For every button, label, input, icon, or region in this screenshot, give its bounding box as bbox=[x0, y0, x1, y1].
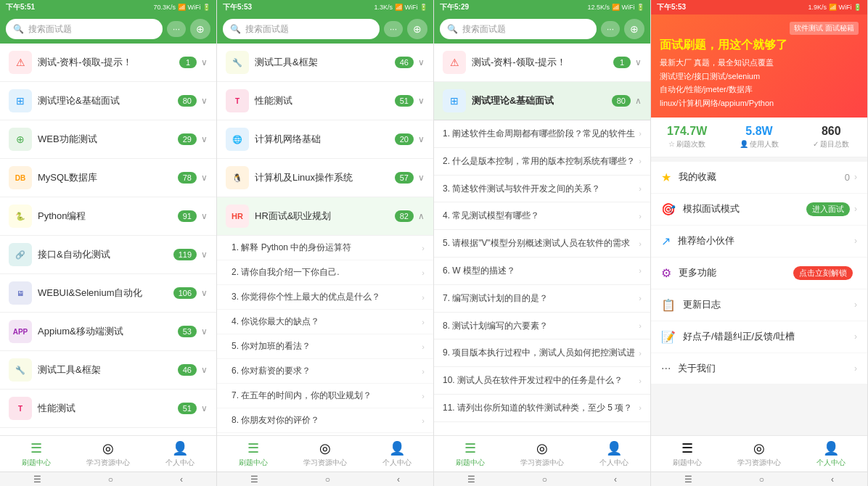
sys-back-3[interactable]: ‹ bbox=[614, 474, 617, 485]
item-label-4: Python编程 bbox=[38, 210, 178, 223]
sys-menu[interactable]: ☰ bbox=[33, 474, 41, 485]
nav-item-4-1[interactable]: ◎ 学习资源中心 bbox=[723, 436, 795, 471]
item-label-1: 测试理论&基础面试 bbox=[38, 94, 178, 107]
p3-alert-icon: ⚠ bbox=[443, 51, 466, 74]
p3-q-text-5: 6. W 模型的描述？ bbox=[443, 265, 639, 277]
sys-menu-2[interactable]: ☰ bbox=[250, 474, 258, 485]
p3-alert[interactable]: ⚠ 测试-资料-领取-提示！ 1 ∨ bbox=[434, 44, 650, 82]
nav-item-4-2[interactable]: 👤 个人中心 bbox=[795, 436, 867, 471]
list-item-9[interactable]: T 性能测试 51 ∨ bbox=[0, 390, 216, 428]
p2-sub-arrow-7: › bbox=[422, 416, 425, 425]
sys-home-3[interactable]: ○ bbox=[542, 474, 547, 485]
nav-label-2-1: 学习资源中心 bbox=[303, 458, 347, 468]
nav-item-4-0[interactable]: ☰ 刷题中心 bbox=[651, 436, 723, 471]
p4-menu-4[interactable]: 📋 更新日志 › bbox=[651, 289, 867, 321]
p3-q-2[interactable]: 3. 简述软件测试与软件开发之间的关系？ › bbox=[434, 176, 650, 203]
sys-home-4[interactable]: ○ bbox=[759, 474, 764, 485]
p3-q-0[interactable]: 1. 阐述软件生命周期都有哪些阶段？常见的软件生 › bbox=[434, 120, 650, 148]
p2-item-0[interactable]: 🔧 测试工具&框架 46 ∨ bbox=[217, 44, 433, 82]
p4-menu-text-0: 我的收藏 bbox=[679, 170, 845, 184]
dots-btn-2[interactable]: ··· bbox=[384, 21, 403, 37]
search-icon-3: 🔍 bbox=[447, 24, 458, 34]
search-input-1[interactable]: 🔍 搜索面试题 bbox=[6, 19, 163, 39]
p3-q-5[interactable]: 6. W 模型的描述？ › bbox=[434, 258, 650, 285]
nav-item-2-1[interactable]: ◎ 学习资源中心 bbox=[289, 436, 361, 471]
p2-sub-7[interactable]: 8. 你朋友对你的评价？ › bbox=[217, 408, 433, 433]
p3-q-4[interactable]: 5. 请根据"V"模型分别概述测试人员在软件的需求 › bbox=[434, 230, 650, 258]
p2-sub-0[interactable]: 1. 解释 Python 中的身份运算符 › bbox=[217, 236, 433, 260]
p4-menu-2[interactable]: ↗ 推荐给小伙伴 › bbox=[651, 226, 867, 258]
item-icon-6: 🖥 bbox=[9, 281, 32, 305]
nav-item-2-0[interactable]: ☰ 刷题中心 bbox=[217, 436, 289, 471]
list-item-7[interactable]: APP Appium&移动端测试 53 ∨ bbox=[0, 313, 216, 351]
p4-menu-5[interactable]: 📝 好点子/错题纠正/反馈/吐槽 › bbox=[651, 321, 867, 353]
scan-btn-1[interactable]: ⊕ bbox=[190, 19, 210, 39]
list-area-1: ⚠ 测试-资料-领取-提示！ 1 ∨ ⊞ 测试理论&基础面试 80 ∨ ⊕ WE… bbox=[0, 44, 216, 435]
p4-menu-badge-3[interactable]: 点击立刻解锁 bbox=[793, 266, 853, 280]
nav-item-3-1[interactable]: ◎ 学习资源中心 bbox=[506, 436, 578, 471]
p2-item-3[interactable]: 🐧 计算机及Linux操作系统 57 ∨ bbox=[217, 159, 433, 197]
p3-expanded-header[interactable]: ⊞ 测试理论&基础面试 80 ∧ bbox=[434, 82, 650, 120]
p4-menu-badge-1[interactable]: 进入面试 bbox=[806, 202, 850, 216]
p3-q-6[interactable]: 7. 编写测试计划的目的是？ › bbox=[434, 285, 650, 313]
p4-menu-0[interactable]: ★ 我的收藏 0 › bbox=[651, 162, 867, 194]
sys-home-2[interactable]: ○ bbox=[325, 474, 330, 485]
nav-item-3-2[interactable]: 👤 个人中心 bbox=[578, 436, 650, 471]
p2-sub-1[interactable]: 2. 请你自我介绍一下你自己. › bbox=[217, 260, 433, 285]
p2-sub-5[interactable]: 6. 你对薪资的要求？ › bbox=[217, 359, 433, 384]
p2-hr-chevron: ∧ bbox=[418, 211, 425, 221]
p2-count-2: 20 bbox=[395, 133, 414, 145]
sys-home[interactable]: ○ bbox=[108, 474, 113, 485]
list-item-8[interactable]: 🔧 测试工具&框架 46 ∨ bbox=[0, 351, 216, 390]
list-item-2[interactable]: ⊕ WEB功能测试 29 ∨ bbox=[0, 120, 216, 159]
p4-menu-6[interactable]: ··· 关于我们 › bbox=[651, 353, 867, 384]
p4-stat-num-0: 174.7W bbox=[651, 125, 723, 138]
list-item-4[interactable]: 🐍 Python编程 91 ∨ bbox=[0, 197, 216, 236]
sys-back-4[interactable]: ‹ bbox=[831, 474, 834, 485]
search-input-2[interactable]: 🔍 搜索面试题 bbox=[223, 19, 380, 39]
nav-label-1-2: 个人中心 bbox=[165, 458, 195, 468]
dots-btn-1[interactable]: ··· bbox=[167, 21, 186, 37]
p2-sub-3[interactable]: 4. 你说你最大的缺点？ › bbox=[217, 310, 433, 334]
p2-hr-header[interactable]: HR HR面试&职业规划 82 ∧ bbox=[217, 197, 433, 236]
panel-4: 下午5:53 1.9K/s 📶 WiFi 🔋 软件测试 面试秘籍 面试刷题，用这… bbox=[651, 0, 868, 486]
p2-chevron-3: ∨ bbox=[418, 173, 425, 183]
list-item-3[interactable]: DB MySQL数据库 78 ∨ bbox=[0, 159, 216, 197]
p2-item-2[interactable]: 🌐 计算机网络基础 20 ∨ bbox=[217, 120, 433, 159]
list-item-0[interactable]: ⚠ 测试-资料-领取-提示！ 1 ∨ bbox=[0, 44, 216, 82]
p2-sub-6[interactable]: 7. 在五年的时间内，你的职业规划？ › bbox=[217, 384, 433, 408]
sys-back[interactable]: ‹ bbox=[180, 474, 183, 485]
nav-item-1-2[interactable]: 👤 个人中心 bbox=[144, 436, 216, 471]
item-icon-5: 🔗 bbox=[9, 243, 32, 266]
p2-sub-4[interactable]: 5. 你对加班的看法？ › bbox=[217, 334, 433, 359]
sys-menu-3[interactable]: ☰ bbox=[467, 474, 475, 485]
sys-back-2[interactable]: ‹ bbox=[397, 474, 400, 485]
p2-item-1[interactable]: T 性能测试 51 ∨ bbox=[217, 82, 433, 120]
scan-btn-3[interactable]: ⊕ bbox=[624, 19, 644, 39]
p4-menu-3[interactable]: ⚙ 更多功能 点击立刻解锁 bbox=[651, 258, 867, 289]
sys-menu-4[interactable]: ☰ bbox=[684, 474, 692, 485]
nav-item-1-1[interactable]: ◎ 学习资源中心 bbox=[72, 436, 144, 471]
list-item-1[interactable]: ⊞ 测试理论&基础面试 80 ∨ bbox=[0, 82, 216, 120]
nav-item-2-2[interactable]: 👤 个人中心 bbox=[361, 436, 433, 471]
item-label-9: 性能测试 bbox=[38, 402, 178, 415]
list-item-5[interactable]: 🔗 接口&自动化测试 119 ∨ bbox=[0, 236, 216, 274]
list-item-6[interactable]: 🖥 WEBUI&Selenium自动化 106 ∨ bbox=[0, 274, 216, 313]
p4-menu-text-4: 更新日志 bbox=[683, 298, 854, 311]
p3-q-9[interactable]: 10. 测试人员在软件开发过程中的任务是什么？ › bbox=[434, 367, 650, 395]
p2-sub-2[interactable]: 3. 你觉得你个性上最大的优点是什么？ › bbox=[217, 285, 433, 310]
bottom-nav-1: ☰ 刷题中心 ◎ 学习资源中心 👤 个人中心 bbox=[0, 435, 216, 471]
p3-q-1[interactable]: 2. 什么是版本控制，常用的版本控制系统有哪些？ › bbox=[434, 148, 650, 176]
p3-q-7[interactable]: 8. 测试计划编写的六要素？ › bbox=[434, 313, 650, 340]
scan-btn-2[interactable]: ⊕ bbox=[407, 19, 427, 39]
p3-alert-label: 测试-资料-领取-提示！ bbox=[472, 56, 613, 69]
list-area-3: ⚠ 测试-资料-领取-提示！ 1 ∨ ⊞ 测试理论&基础面试 80 ∧ 1. 阐… bbox=[434, 44, 650, 435]
p3-q-8[interactable]: 9. 项目版本执行过程中，测试人员如何把控测试进 › bbox=[434, 339, 650, 367]
p4-menu-1[interactable]: 🎯 模拟面试模式 进入面试 › bbox=[651, 194, 867, 226]
nav-item-1-0[interactable]: ☰ 刷题中心 bbox=[0, 436, 72, 471]
nav-item-3-0[interactable]: ☰ 刷题中心 bbox=[434, 436, 506, 471]
search-input-3[interactable]: 🔍 搜索面试题 bbox=[440, 19, 597, 39]
dots-btn-3[interactable]: ··· bbox=[601, 21, 620, 37]
p3-q-3[interactable]: 4. 常见测试模型有哪些？ › bbox=[434, 202, 650, 230]
p3-q-10[interactable]: 11. 请列出你所知道的软件测试种类，至少 5 项？ › bbox=[434, 395, 650, 422]
